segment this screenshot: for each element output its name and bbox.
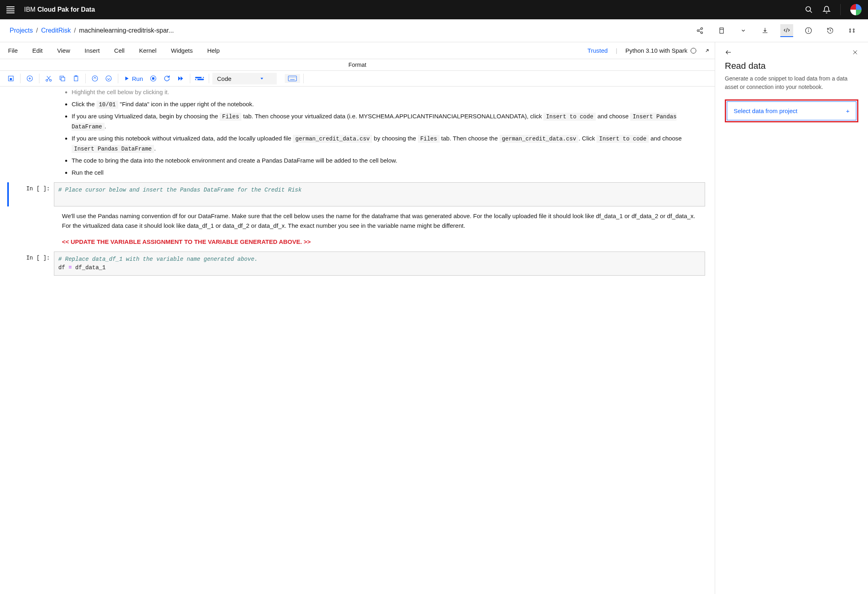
brand-label: IBM Cloud Pak for Data: [24, 6, 95, 13]
notifications-icon[interactable]: [823, 6, 831, 14]
menu-cell[interactable]: Cell: [111, 45, 128, 56]
svg-point-13: [853, 29, 854, 30]
svg-rect-29: [75, 76, 77, 77]
menu-widgets[interactable]: Widgets: [168, 45, 196, 56]
close-icon[interactable]: [852, 49, 858, 56]
share-icon[interactable]: [693, 24, 706, 37]
format-label[interactable]: Format: [348, 62, 366, 68]
menu-edit[interactable]: Edit: [29, 45, 46, 56]
code-input[interactable]: # Replace data_df_1 with the variable na…: [54, 252, 705, 276]
svg-point-39: [201, 77, 203, 78]
menu-hamburger-icon[interactable]: [6, 6, 14, 13]
menu-file[interactable]: File: [5, 45, 21, 56]
kernel-status-icon: [691, 48, 696, 54]
trusted-indicator[interactable]: Trusted: [588, 47, 608, 54]
svg-rect-42: [288, 76, 296, 81]
panel-title: Read data: [725, 61, 858, 71]
copy-icon[interactable]: [56, 72, 68, 85]
svg-point-3: [697, 30, 699, 32]
menu-help[interactable]: Help: [204, 45, 223, 56]
svg-rect-27: [61, 77, 65, 81]
avatar[interactable]: [850, 4, 862, 15]
breadcrumb-projects[interactable]: Projects: [10, 27, 33, 34]
breadcrumb-project-name[interactable]: CreditRisk: [41, 27, 71, 34]
toggle-icon[interactable]: [193, 72, 206, 85]
jupyter-toolbar: Run Code: [0, 71, 715, 87]
markdown-text: We'll use the Pandas naming convention d…: [62, 211, 705, 231]
keyboard-icon[interactable]: [285, 74, 300, 83]
settings-icon[interactable]: [845, 24, 858, 37]
code-cell[interactable]: In [ ]: # Replace data_df_1 with the var…: [10, 252, 705, 276]
breadcrumb: Projects / CreditRisk / machinelearning-…: [10, 27, 174, 34]
breadcrumb-current: machinelearning-creditrisk-spar...: [79, 27, 174, 34]
svg-point-40: [196, 78, 197, 80]
svg-point-12: [849, 29, 851, 30]
cell-prompt: In [ ]:: [10, 182, 54, 195]
plus-icon: +: [846, 107, 849, 114]
svg-point-19: [10, 78, 12, 80]
list-item: If you are using Virtualized data, begin…: [72, 111, 705, 131]
move-down-icon[interactable]: [103, 72, 115, 85]
bookmark-icon[interactable]: [715, 24, 728, 37]
select-data-highlight: Select data from project +: [725, 99, 858, 122]
download-icon[interactable]: [759, 24, 771, 37]
code-snippet-icon[interactable]: [780, 24, 793, 37]
code-input[interactable]: # Place cursor below and insert the Pand…: [54, 182, 705, 206]
restart-icon[interactable]: [161, 72, 173, 85]
cell-type-select[interactable]: Code: [212, 73, 277, 85]
svg-line-6: [699, 31, 701, 32]
svg-line-25: [47, 76, 51, 80]
chevron-down-icon[interactable]: [737, 24, 750, 37]
format-bar: Format: [0, 59, 715, 71]
svg-marker-41: [260, 78, 263, 79]
expand-icon[interactable]: [704, 48, 710, 54]
svg-point-4: [701, 32, 703, 34]
cell-prompt: In [ ]:: [10, 252, 54, 264]
save-icon[interactable]: [5, 72, 17, 85]
history-icon[interactable]: [824, 24, 837, 37]
list-item: Run the cell: [72, 168, 705, 177]
svg-rect-7: [720, 28, 724, 33]
svg-point-30: [92, 76, 98, 81]
svg-line-1: [810, 11, 812, 13]
menu-insert[interactable]: Insert: [81, 45, 103, 56]
notebook-content[interactable]: Highlight the cell below by clicking it.…: [0, 87, 715, 594]
panel-description: Generate a code snippet to load data fro…: [725, 74, 858, 91]
add-cell-icon[interactable]: [24, 72, 36, 85]
svg-marker-35: [178, 76, 181, 81]
run-button[interactable]: Run: [121, 75, 146, 82]
svg-point-0: [806, 7, 811, 12]
move-up-icon[interactable]: [89, 72, 101, 85]
list-item: If you are using this notebook without v…: [72, 134, 705, 153]
jupyter-menu-bar: File Edit View Insert Cell Kernel Widget…: [0, 42, 715, 59]
search-icon[interactable]: [805, 6, 813, 14]
svg-point-2: [701, 28, 703, 30]
markdown-cell[interactable]: We'll use the Pandas naming convention d…: [10, 211, 705, 247]
stop-icon[interactable]: [147, 72, 159, 85]
paste-icon[interactable]: [70, 72, 82, 85]
svg-line-26: [47, 76, 50, 80]
breadcrumb-bar: Projects / CreditRisk / machinelearning-…: [0, 19, 868, 42]
side-panel: Read data Generate a code snippet to loa…: [715, 42, 868, 594]
select-data-button[interactable]: Select data from project +: [727, 101, 856, 120]
back-icon[interactable]: [725, 49, 732, 56]
menu-view[interactable]: View: [54, 45, 73, 56]
svg-line-8: [786, 28, 788, 33]
code-cell-active[interactable]: In [ ]: # Place cursor below and insert …: [7, 182, 705, 206]
svg-line-5: [699, 29, 701, 30]
svg-rect-34: [152, 78, 154, 80]
list-item: Highlight the cell below by clicking it.: [72, 87, 705, 97]
kernel-indicator[interactable]: Python 3.10 with Spark: [625, 47, 696, 54]
markdown-cell[interactable]: Highlight the cell below by clicking it.…: [10, 87, 705, 177]
svg-rect-28: [74, 76, 78, 81]
svg-point-31: [106, 76, 111, 81]
list-item: The code to bring the data into the note…: [72, 156, 705, 165]
global-header: IBM Cloud Pak for Data: [0, 0, 868, 19]
fast-forward-icon[interactable]: [175, 72, 187, 85]
list-item: Click the 10/01 "Find data" icon in the …: [72, 99, 705, 109]
svg-point-15: [853, 31, 854, 33]
info-icon[interactable]: [802, 24, 815, 37]
svg-marker-36: [181, 76, 183, 81]
cut-icon[interactable]: [43, 72, 55, 85]
menu-kernel[interactable]: Kernel: [136, 45, 160, 56]
